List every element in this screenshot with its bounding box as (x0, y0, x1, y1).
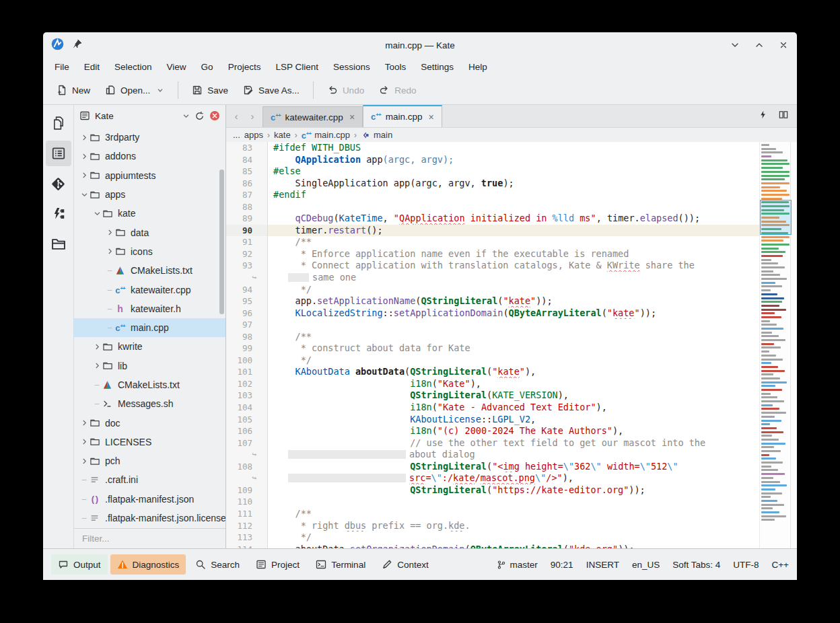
tree-item-cmakelists-txt[interactable]: –CMakeLists.txt (74, 375, 225, 394)
refresh-icon[interactable] (195, 111, 205, 121)
code-line-86[interactable]: 86 SingleApplication app(argc, argv, tru… (226, 178, 759, 190)
tree-item-katewaiter-cpp[interactable]: –c++katewaiter.cpp (74, 280, 225, 299)
statusbar-context-button[interactable]: Context (375, 554, 435, 575)
chevron-right-icon[interactable] (79, 134, 89, 141)
status-insert[interactable]: INSERT (586, 560, 619, 570)
menu-go[interactable]: Go (194, 59, 221, 76)
code-line-85[interactable]: 85#else (226, 166, 759, 178)
breadcrumb-apps[interactable]: apps (244, 130, 263, 140)
menu-edit[interactable]: Edit (77, 59, 107, 76)
statusbar-diagnostics-button[interactable]: Diagnostics (110, 554, 186, 575)
breadcrumb-main[interactable]: main (361, 130, 392, 140)
tree-item-messages-sh[interactable]: –Messages.sh (74, 394, 225, 413)
code-line-84[interactable]: 84 QApplication app(argc, argv); (226, 154, 759, 166)
status-utf-8[interactable]: UTF-8 (733, 560, 759, 570)
code-line-103[interactable]: 103 QStringLiteral(KATE_VERSION), (226, 390, 759, 402)
breadcrumb-kate[interactable]: kate (274, 130, 291, 140)
tree-item-kate[interactable]: kate (74, 204, 225, 223)
statusbar-project-button[interactable]: Project (249, 554, 306, 575)
dock-filesystem-button[interactable] (46, 231, 71, 257)
chevron-down-icon[interactable] (79, 191, 89, 198)
code-line-113[interactable]: 113 */ (226, 532, 759, 544)
minimap-viewport[interactable] (760, 200, 792, 235)
redo-button[interactable]: Redo (372, 81, 423, 100)
chevron-right-icon[interactable] (79, 153, 89, 160)
statusbar-terminal-button[interactable]: Terminal (309, 554, 372, 575)
statusbar-output-button[interactable]: Output (51, 554, 108, 575)
chevron-down-icon[interactable] (182, 112, 190, 120)
code-line-104[interactable]: 104 i18n("Kate - Advanced Text Editor"), (226, 402, 759, 414)
new-button[interactable]: New (50, 81, 97, 100)
dock-git-button[interactable] (46, 171, 71, 196)
code-line-97[interactable]: 97 (226, 319, 759, 331)
code-line-110[interactable]: 110 (226, 496, 759, 508)
menu-sessions[interactable]: Sessions (326, 59, 378, 76)
statusbar-search-button[interactable]: Search (188, 554, 246, 575)
code-line-92[interactable]: 92 * Enforce application name even if th… (226, 248, 759, 260)
tree-item-craft-ini[interactable]: –.craft.ini (74, 470, 225, 489)
chevron-right-icon[interactable] (79, 457, 89, 465)
tab-close-icon[interactable]: × (349, 112, 355, 122)
code-line-109[interactable]: 109 QStringLiteral("https://kate-editor.… (226, 484, 759, 497)
dock-project-button[interactable] (46, 141, 71, 166)
code-line-wrap[interactable]: ↪about dialog (226, 449, 759, 461)
code-line-94[interactable]: 94 */ (226, 284, 759, 296)
chevron-right-icon[interactable] (105, 248, 114, 255)
chevron-down-icon[interactable] (92, 210, 102, 217)
forward-button[interactable]: › (245, 108, 260, 124)
code-line-wrap[interactable]: ↪same one (226, 272, 759, 284)
code-line-107[interactable]: 107 // use the other text field to get o… (226, 437, 759, 449)
tree-item-apps[interactable]: apps (74, 185, 225, 204)
tree-item-lib[interactable]: lib (74, 357, 225, 375)
menu-file[interactable]: File (47, 59, 77, 76)
code-editor[interactable]: 83#ifdef WITH_DBUS84 QApplication app(ar… (226, 142, 759, 548)
menu-view[interactable]: View (160, 59, 194, 76)
code-line-105[interactable]: 105 KAboutLicense::LGPL_V2, (226, 414, 759, 426)
code-line-83[interactable]: 83#ifdef WITH_DBUS (226, 142, 759, 154)
code-line-101[interactable]: 101 KAboutData aboutData(QStringLiteral(… (226, 366, 759, 378)
tree-item-main-cpp[interactable]: –c++main.cpp (74, 318, 225, 337)
menu-tools[interactable]: Tools (378, 59, 414, 76)
filter-input[interactable] (81, 533, 219, 544)
tree-item-data[interactable]: data (74, 223, 225, 242)
maximize-button[interactable] (754, 40, 765, 50)
tree-item-kwrite[interactable]: kwrite (74, 337, 225, 356)
breadcrumb-[interactable]: ... (233, 130, 240, 140)
pin-icon[interactable] (72, 38, 83, 52)
code-line-91[interactable]: 91 /** (226, 236, 759, 248)
minimap-scrollbar[interactable] (759, 142, 797, 548)
menu-lsp-client[interactable]: LSP Client (268, 59, 326, 76)
tree-item-flatpak-manifest-json-license[interactable]: –.flatpak-manifest.json.license (74, 509, 225, 527)
status-c[interactable]: C++ (771, 560, 789, 570)
breadcrumb-main-cpp[interactable]: c++main.cpp (302, 130, 350, 140)
tab-close-icon[interactable]: × (428, 112, 433, 122)
menu-help[interactable]: Help (461, 59, 495, 76)
tree-item-doc[interactable]: doc (74, 413, 225, 432)
tree-item-appiumtests[interactable]: appiumtests (74, 166, 225, 185)
tree-item-icons[interactable]: icons (74, 242, 225, 261)
code-line-114[interactable]: 114 aboutData.setOrganizationDomain(QByt… (226, 544, 759, 548)
code-line-90[interactable]: 90 timer.restart(); (226, 225, 759, 237)
code-line-99[interactable]: 99 * construct about data for Kate (226, 342, 759, 355)
code-line-93[interactable]: 93 * Connect application with translatio… (226, 260, 759, 272)
tree-item-pch[interactable]: pch (74, 451, 225, 470)
tree-item-3rdparty[interactable]: 3rdparty (74, 128, 225, 147)
code-line-87[interactable]: 87#endif (226, 189, 759, 201)
open-button[interactable]: Open... (98, 81, 171, 100)
code-line-95[interactable]: 95 app.setApplicationName(QStringLiteral… (226, 295, 759, 307)
code-line-98[interactable]: 98 /** (226, 331, 759, 343)
tab-katewaiter-cpp[interactable]: c++katewaiter.cpp× (262, 106, 363, 127)
chevron-right-icon[interactable] (79, 419, 89, 427)
code-line-wrap[interactable]: ↪src=\":/kate/mascot.png\"/>"), (226, 472, 759, 484)
dock-documents-button[interactable] (46, 110, 71, 136)
undo-button[interactable]: Undo (320, 81, 371, 100)
code-line-106[interactable]: 106 i18n("(c) 2000-2024 The Kate Authors… (226, 425, 759, 437)
save-button[interactable]: Save (185, 81, 235, 100)
dock-lsp-symbols-button[interactable] (46, 201, 71, 227)
menu-settings[interactable]: Settings (413, 59, 461, 76)
chevron-right-icon[interactable] (79, 438, 89, 445)
chevron-right-icon[interactable] (79, 172, 89, 179)
tree-item-addons[interactable]: addons (74, 147, 225, 166)
back-button[interactable]: ‹ (229, 108, 244, 124)
tree-item-flatpak-manifest-json[interactable]: –( ).flatpak-manifest.json (74, 490, 225, 509)
